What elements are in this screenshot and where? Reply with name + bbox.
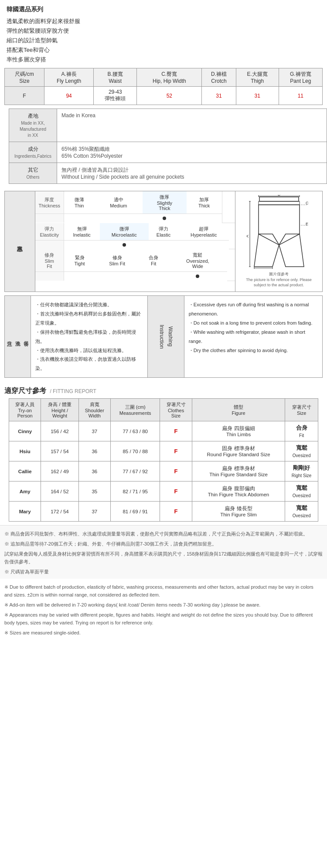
care-en-2: ・Do not soak in a long time to prevent c… [189,319,318,328]
elasticity-label: 彈力Elasticity [35,223,64,241]
fitting-table-wrap: 穿著人員Try-onPerson 身高 / 體重Height /Weight 肩… [0,398,327,522]
intro-line-3: 縮口的設計造型帥氣 [7,36,320,45]
slimfit-fit: 合身Fit [139,249,168,272]
size-header-a: A.褲長Fly Length [44,68,94,87]
size-header-size: 尺碼/cmSize [5,68,44,87]
size-header-e: E.大腿寬Thigh [236,68,279,87]
intro-line-1: 透氣柔軟的面料穿起來很舒服 [7,17,320,26]
pants-diagram-svg: B C E A F [246,195,312,269]
fitting-cell-figure: 扁身 腹部偏肉Thin Figure Thick Abdomen [192,481,285,502]
size-row-hip: 52 [137,87,202,105]
svg-text:A: A [246,235,249,237]
size-row-waist: 29-43彈性褲頭 [94,87,137,105]
fitting-cell-person: Hsiu [9,441,41,461]
elasticity-inelastic: 無彈Inelastic [64,223,100,241]
care-section: 保養洗滌注意 ・任何衣物都建議深淺色分開洗滌。 ・首次洗滌時深色布料易釋於出多餘… [4,295,323,378]
elasticity-dot-e [149,240,178,249]
fitting-cell-figure: 扁身 矮長型Thin Figure Slim [192,502,285,522]
thickness-label: 厚度Thickness [35,191,64,214]
slimfit-dot-tight [64,272,95,281]
fitting-row: Mary 172 / 54 37 81 / 69 / 91 F 扁身 矮長型Th… [9,502,318,522]
size-header-d: D.褲檔Crotch [202,68,236,87]
care-zh-3: ・保持衣物色澤鮮豔避免色澤移染，勿長時間浸泡。 [35,328,143,346]
fitting-table: 穿著人員Try-onPerson 身高 / 體重Height /Weight 肩… [9,398,318,522]
care-zh-2: ・首次洗滌時深色布料易釋於出多餘固色劑，屬於正常現象。 [35,309,143,328]
fitting-row: Callie 162 / 49 36 77 / 67 / 92 F 扁身 標準身… [9,461,318,481]
svg-text:B: B [277,195,280,197]
elasticity-elastic: 彈力Elastic [149,223,178,241]
fitting-header-person: 穿著人員Try-onPerson [9,399,41,421]
series-title: 韓國選品系列 [7,4,320,15]
basic-info-tables: 厚度Thickness 微薄Thin 適中Medium 微厚SlightlyTh… [35,191,235,292]
care-label: 保養洗滌注意 [5,296,31,377]
slimfit-tight: 緊身Tight [64,249,95,272]
footer-zh-notes: ※ 商品會因不同批製作、布料彈性、水洗處理或測量量等因素，使顏色尺寸與實際商品略… [0,525,327,578]
fitting-cell-shoulder: 37 [78,421,111,441]
fitting-cell-measurements: 77 / 63 / 80 [111,421,160,441]
diagram-note: 圖片僅參考The picture is for refence only. Pl… [246,271,311,288]
size-row-pantleg: 11 [279,87,322,105]
fitting-title: 適穿尺寸參考 / FITTING REPORT [0,381,327,398]
fitting-cell-measurements: 77 / 67 / 92 [111,461,160,481]
svg-rect-1 [259,201,300,205]
thickness-medium: 適中Medium [95,191,143,214]
thickness-dot-medium [95,214,143,223]
fitting-cell-result: 寬鬆Ovesized [285,502,318,522]
fitting-row: Hsiu 157 / 54 36 85 / 70 / 88 F 固身 標準身材R… [9,441,318,461]
footer-zh-note-1: ※ 商品會因不同批製作、布料彈性、水洗處理或測量量等因素，使顏色尺寸與實際商品略… [4,530,323,538]
fitting-row: Amy 164 / 52 35 82 / 71 / 95 F 扁身 腹部偏肉Th… [9,481,318,502]
fitting-cell-figure: 扁身 標準身材Thin Figure Standard Size [192,461,285,481]
fitting-cell-height: 157 / 54 [41,441,78,461]
fitting-cell-person: Callie [9,461,41,481]
fitting-title-zh: 適穿尺寸參考 [4,387,46,394]
elasticity-dot-in [64,240,100,249]
size-table-section: 尺碼/cmSize A.褲長Fly Length B.腰寬Waist C.臀寬H… [0,68,327,105]
footer-en-note-1: ※ Due to different batch of production, … [4,583,323,599]
pants-diagram-section: B C E A F 圖片僅參考The picture is for refenc… [235,191,322,292]
fitting-header-shoulder: 肩寬ShoulderWidth [78,399,111,421]
size-table: 尺碼/cmSize A.褲長Fly Length B.腰寬Waist C.臀寬H… [4,68,323,105]
info-table: 產地Made in XX,Manufacturedin XX Made in K… [9,108,327,184]
thickness-dot-thick [187,214,222,223]
fitting-cell-person: Amy [9,481,41,502]
svg-text:C: C [306,201,309,205]
elasticity-table: 彈力Elasticity 無彈Inelastic 微彈Microelastic … [35,223,235,250]
fitting-cell-shoulder: 37 [78,502,111,522]
fitting-title-en: / FITTING REPORT [50,388,96,394]
fitting-cell-size: F [160,441,192,461]
care-en-content: ・Excessive dyes run off during first was… [184,296,322,377]
fitting-header-measurements: 三圍 (cm)Measurements [111,399,160,421]
fitting-cell-size: F [160,421,192,441]
fitting-cell-height: 162 / 49 [41,461,78,481]
care-zh-content: ・任何衣物都建議深淺色分開洗滌。 ・首次洗滌時深色布料易釋於出多餘固色劑，屬於正… [31,296,147,377]
info-others-label: 其它Others [9,163,57,184]
fitting-cell-figure: 固身 標準身材Round Figure Standard Size [192,441,285,461]
washing-instruction-label: WashingInstruction [147,296,184,377]
footer-zh-note-2: ※ 追加商品需等待7-20個工作天；針織、外套、牛仔褲商品則需7-30個工作天，… [4,540,323,548]
fitting-cell-measurements: 85 / 70 / 88 [111,441,160,461]
care-en-1: ・Excessive dyes run off during first was… [189,300,318,319]
care-en-3: ・While washing with refrigerator, please… [189,328,318,346]
fitting-cell-size: F [160,461,192,481]
care-zh-1: ・任何衣物都建議深淺色分開洗滌。 [35,300,143,309]
fitting-cell-measurements: 82 / 71 / 95 [111,481,160,502]
fitting-cell-person: Mary [9,502,41,522]
fitting-cell-result: 寬鬆Ovesized [285,481,318,502]
footer-zh-note-4: ※ 尺碼皆為單面平量 [4,568,323,576]
size-row-size: F [5,87,44,105]
fitting-cell-figure: 扁身 四肢偏細Thin Limbs [192,421,285,441]
size-header-c: C.臀寬Hip, Hip Width [137,68,202,87]
elasticity-hyper: 超彈Hyperelastic [178,223,229,241]
fitting-cell-size: F [160,502,192,522]
basic-info-label: 基本訊息 [5,191,35,292]
intro-section: 韓國選品系列 透氣柔軟的面料穿起來很舒服 彈性的鬆緊腰頭穿脫方便 縮口的設計造型… [0,0,327,68]
size-header-b: B.腰寬Waist [94,68,137,87]
slimfit-slim: 修身Slim Fit [95,249,139,272]
fitting-cell-measurements: 81 / 69 / 91 [111,502,160,522]
slimfit-table: 修身SlimFit 緊身Tight 修身Slim Fit 合身Fit 寬鬆Ove… [35,249,235,281]
spacer2 [229,223,235,249]
fitting-cell-height: 172 / 54 [41,502,78,522]
fitting-header-result: 穿著尺寸Size [285,399,318,421]
intro-line-5: 率性多層次穿搭 [7,55,320,64]
slimfit-label: 修身SlimFit [35,249,64,272]
